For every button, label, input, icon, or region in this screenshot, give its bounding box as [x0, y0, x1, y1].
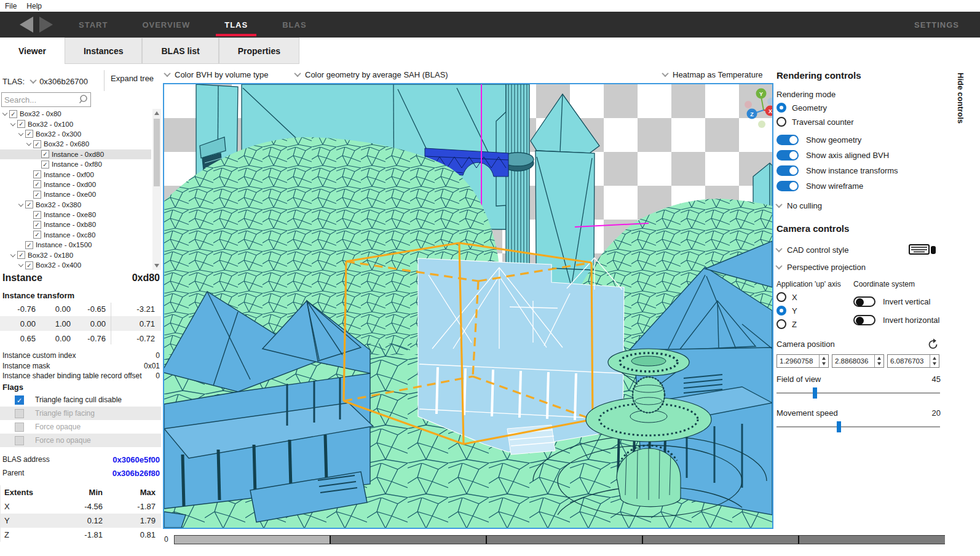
traversal-segment[interactable]: [487, 536, 643, 544]
tree-checkbox[interactable]: ✓: [33, 211, 41, 219]
toggle-icon[interactable]: [853, 296, 875, 307]
tree-item[interactable]: ✓Instance - 0xf80: [0, 159, 151, 169]
tree-item[interactable]: ✓Instance - 0xf00: [0, 169, 151, 179]
fov-slider[interactable]: [776, 387, 940, 399]
tree-checkbox[interactable]: ✓: [25, 130, 33, 138]
heatmap-dropdown[interactable]: Heatmap as Temperature: [663, 68, 762, 81]
rendering-mode-radio[interactable]: Traversal counter: [776, 116, 854, 128]
rendering-mode-radio[interactable]: Geometry: [776, 101, 827, 114]
reset-position-icon[interactable]: [927, 338, 939, 351]
render-toggle[interactable]: Show instance transforms: [776, 164, 898, 177]
tree-item[interactable]: ✓Instance - 0xc80: [0, 230, 151, 240]
toggle-icon[interactable]: [776, 135, 799, 145]
tree-checkbox[interactable]: ✓: [33, 221, 41, 229]
spinner-arrows-icon[interactable]: [874, 355, 883, 367]
scroll-down-icon[interactable]: [154, 264, 159, 268]
tree-item[interactable]: ✓Box32 - 0x400: [0, 260, 151, 270]
tree-item[interactable]: ✓Box32 - 0x380: [0, 200, 151, 210]
tree-item[interactable]: ✓Instance - 0xb80: [0, 220, 151, 229]
menu-help[interactable]: Help: [26, 2, 42, 10]
tab-settings[interactable]: SETTINGS: [914, 12, 959, 38]
tree-checkbox[interactable]: ✓: [41, 161, 49, 169]
toggle-icon[interactable]: [853, 315, 875, 325]
menu-file[interactable]: File: [5, 2, 17, 10]
tree-checkbox[interactable]: ✓: [33, 191, 41, 199]
spinner-arrows-icon[interactable]: [930, 355, 939, 367]
expander-icon[interactable]: [2, 111, 8, 117]
search-input[interactable]: [2, 95, 78, 105]
camera-position-spinbox[interactable]: 1.2960758: [776, 354, 829, 368]
tree-item[interactable]: ✓Instance - 0xe00: [0, 189, 151, 199]
sub-tab-instances[interactable]: Instances: [65, 38, 143, 64]
axis-gizmo[interactable]: Y Z X: [745, 89, 772, 129]
tree-checkbox[interactable]: ✓: [17, 251, 25, 259]
forward-arrow-icon[interactable]: [39, 17, 53, 33]
tree-checkbox[interactable]: ✓: [33, 180, 41, 188]
speed-slider-handle[interactable]: [837, 421, 841, 432]
spinner-arrows-icon[interactable]: [819, 355, 828, 367]
expander-icon[interactable]: [18, 131, 24, 137]
control-style-dropdown[interactable]: CAD control style: [776, 244, 848, 256]
radio-icon[interactable]: [776, 117, 786, 127]
flag-checkbox[interactable]: ✓: [15, 395, 24, 405]
tree-item[interactable]: ✓Box32 - 0x680: [0, 139, 151, 149]
scroll-up-icon[interactable]: [154, 111, 159, 115]
scrollbar-thumb[interactable]: [154, 119, 160, 186]
tree-item[interactable]: ✓Box32 - 0x180: [0, 250, 151, 260]
render-toggle[interactable]: Show axis aligned BVH: [776, 149, 889, 161]
toggle-icon[interactable]: [776, 181, 799, 191]
tree-checkbox[interactable]: ✓: [41, 150, 49, 158]
traversal-segment[interactable]: [799, 536, 954, 544]
coord-toggle[interactable]: Invert horizontal: [853, 314, 940, 326]
address-link[interactable]: 0x3060e5f00: [113, 455, 160, 464]
traversal-bar[interactable]: [174, 535, 955, 544]
tree-checkbox[interactable]: ✓: [25, 261, 33, 269]
traversal-segment[interactable]: [643, 536, 799, 544]
nav-tab-tlas[interactable]: TLAS: [207, 12, 265, 38]
render-toggle[interactable]: Show wireframe: [776, 180, 863, 192]
sub-tab-blas-list[interactable]: BLAS list: [142, 38, 218, 64]
tree-checkbox[interactable]: ✓: [17, 120, 25, 128]
expander-icon[interactable]: [26, 141, 32, 147]
sub-tab-properties[interactable]: Properties: [219, 38, 299, 64]
address-link[interactable]: 0x306b26f80: [113, 469, 160, 478]
hide-controls-strip[interactable]: Hide controls: [945, 64, 980, 556]
expander-icon[interactable]: [18, 202, 24, 208]
fov-slider-handle[interactable]: [813, 387, 817, 399]
tree-item[interactable]: ✓Instance - 0xd80: [0, 149, 151, 159]
tree-checkbox[interactable]: ✓: [9, 110, 17, 118]
tree-checkbox[interactable]: ✓: [33, 170, 41, 178]
toggle-icon[interactable]: [776, 150, 799, 161]
tree-checkbox[interactable]: ✓: [33, 231, 41, 239]
tree-item[interactable]: ✓Instance - 0x1500: [0, 240, 151, 250]
expander-icon[interactable]: [18, 262, 24, 268]
toggle-icon[interactable]: [776, 165, 799, 176]
tree-item[interactable]: ✓Box32 - 0x300: [0, 129, 151, 139]
viewport[interactable]: Y Z X: [163, 83, 773, 529]
nav-tab-overview[interactable]: OVERVIEW: [125, 12, 207, 38]
tree-item[interactable]: ✓Instance - 0xe80: [0, 210, 151, 220]
projection-dropdown[interactable]: Perspective projection: [776, 261, 866, 273]
color-bvh-dropdown[interactable]: Color BVH by volume type: [165, 68, 268, 81]
nav-tab-start[interactable]: START: [61, 12, 125, 38]
nav-tab-blas[interactable]: BLAS: [265, 12, 323, 38]
tree-checkbox[interactable]: ✓: [25, 241, 33, 249]
speed-slider[interactable]: [776, 421, 940, 432]
tree-checkbox[interactable]: ✓: [33, 140, 41, 148]
camera-position-spinbox[interactable]: 2.8868036: [832, 354, 884, 368]
tree-item[interactable]: ✓Box32 - 0x80: [0, 109, 151, 119]
up-axis-radio-x[interactable]: X: [776, 291, 797, 303]
culling-dropdown[interactable]: No culling: [776, 199, 822, 212]
up-axis-radio-y[interactable]: Y: [776, 304, 797, 317]
back-arrow-icon[interactable]: [20, 17, 33, 33]
tree-item[interactable]: ✓Box32 - 0x100: [0, 119, 151, 129]
sub-tab-viewer[interactable]: Viewer: [0, 38, 65, 64]
traversal-segment[interactable]: [175, 536, 331, 544]
coord-toggle[interactable]: Invert vertical: [853, 295, 930, 308]
radio-icon[interactable]: [776, 319, 786, 329]
tree-scrollbar[interactable]: [152, 109, 161, 270]
traversal-segment[interactable]: [331, 536, 487, 544]
viewport-scene[interactable]: Y Z X: [164, 84, 772, 528]
radio-icon[interactable]: [776, 103, 786, 113]
camera-position-spinbox[interactable]: 6.0876703: [887, 354, 939, 368]
